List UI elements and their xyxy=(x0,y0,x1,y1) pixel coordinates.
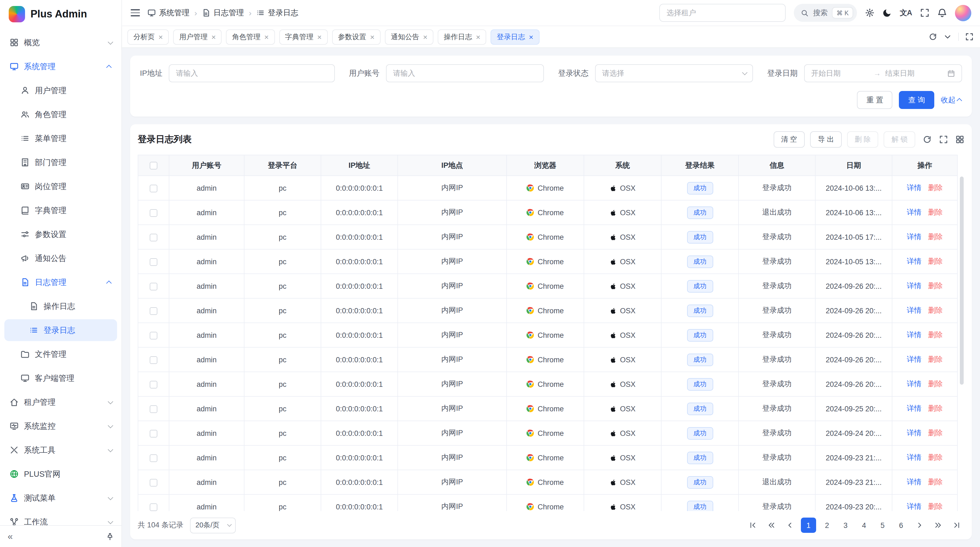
sidebar-item-login-log[interactable]: 登录日志 xyxy=(4,319,117,341)
row-checkbox[interactable] xyxy=(150,209,158,217)
sidebar-item-plus-website[interactable]: PLUS官网 xyxy=(4,463,117,485)
sidebar-item-system-monitor[interactable]: 系统监控 xyxy=(4,415,117,437)
page-number-button[interactable]: 4 xyxy=(856,518,872,533)
detail-link[interactable]: 详情 xyxy=(907,257,921,265)
translate-icon[interactable]: 文A xyxy=(900,8,912,18)
remove-link[interactable]: 删除 xyxy=(928,453,943,461)
detail-link[interactable]: 详情 xyxy=(907,502,921,510)
tab[interactable]: 字典管理 × xyxy=(279,29,328,45)
last-page-button[interactable] xyxy=(949,518,964,533)
table-scrollbar[interactable] xyxy=(959,175,964,511)
reset-button[interactable]: 重 置 xyxy=(857,91,892,109)
tab[interactable]: 操作日志 × xyxy=(438,29,486,45)
global-search[interactable]: 搜索 ⌘ K xyxy=(794,4,857,22)
export-button[interactable]: 导 出 xyxy=(810,131,842,148)
select-all-checkbox[interactable] xyxy=(150,162,158,169)
page-number-button[interactable]: 5 xyxy=(875,518,890,533)
remove-link[interactable]: 删除 xyxy=(928,282,943,290)
detail-link[interactable]: 详情 xyxy=(907,233,921,241)
row-checkbox[interactable] xyxy=(150,405,158,413)
search-button[interactable]: 查 询 xyxy=(899,91,934,109)
row-checkbox[interactable] xyxy=(150,356,158,364)
remove-link[interactable]: 删除 xyxy=(928,183,943,192)
sidebar-item-tenant-management[interactable]: 租户管理 xyxy=(4,391,117,413)
detail-link[interactable]: 详情 xyxy=(907,331,921,339)
sidebar-item-dept-management[interactable]: 部门管理 xyxy=(4,152,117,173)
sidebar-item-menu-management[interactable]: 菜单管理 xyxy=(4,128,117,149)
breadcrumb-item-system[interactable]: 系统管理 xyxy=(148,8,189,18)
tab[interactable]: 通知公告 × xyxy=(385,29,433,45)
tab-close-icon[interactable]: × xyxy=(423,33,427,41)
sidebar-item-post-management[interactable]: 岗位管理 xyxy=(4,175,117,197)
detail-link[interactable]: 详情 xyxy=(907,355,921,364)
first-page-button[interactable] xyxy=(745,518,760,533)
status-select[interactable]: 请选择 xyxy=(595,64,753,82)
tab-close-icon[interactable]: × xyxy=(370,33,375,41)
row-checkbox[interactable] xyxy=(150,258,158,266)
sidebar-item-system-tools[interactable]: 系统工具 xyxy=(4,439,117,461)
row-checkbox[interactable] xyxy=(150,381,158,388)
page-number-button[interactable]: 2 xyxy=(819,518,835,533)
row-checkbox[interactable] xyxy=(150,503,158,511)
next-10-button[interactable] xyxy=(931,518,946,533)
tab-close-icon[interactable]: × xyxy=(158,33,163,41)
menu-toggle-icon[interactable] xyxy=(130,10,140,16)
breadcrumb-item-login-log[interactable]: 登录日志 xyxy=(256,8,298,18)
account-input[interactable] xyxy=(386,64,544,82)
sidebar-collapse-button[interactable]: « xyxy=(8,532,13,541)
ip-input[interactable] xyxy=(169,64,335,82)
sidebar-item-notice[interactable]: 通知公告 xyxy=(4,247,117,269)
detail-link[interactable]: 详情 xyxy=(907,306,921,314)
remove-link[interactable]: 删除 xyxy=(928,257,943,265)
tab-close-icon[interactable]: × xyxy=(476,33,480,41)
detail-link[interactable]: 详情 xyxy=(907,404,921,412)
page-number-button[interactable]: 6 xyxy=(893,518,909,533)
page-number-button[interactable]: 3 xyxy=(838,518,853,533)
sidebar-item-operation-log[interactable]: 操作日志 xyxy=(4,295,117,317)
row-checkbox[interactable] xyxy=(150,332,158,339)
sidebar-item-user-management[interactable]: 用户管理 xyxy=(4,80,117,101)
next-page-button[interactable] xyxy=(912,518,927,533)
tab-close-icon[interactable]: × xyxy=(264,33,269,41)
unlock-button[interactable]: 解 锁 xyxy=(884,131,915,148)
tab-close-icon[interactable]: × xyxy=(529,33,533,41)
detail-link[interactable]: 详情 xyxy=(907,453,921,461)
settings-button[interactable] xyxy=(865,8,874,18)
tab[interactable]: 分析页 × xyxy=(127,29,169,45)
clear-button[interactable]: 清 空 xyxy=(773,131,805,148)
row-checkbox[interactable] xyxy=(150,478,158,486)
notifications-button[interactable] xyxy=(937,8,947,18)
row-checkbox[interactable] xyxy=(150,307,158,315)
breadcrumb-item-log[interactable]: 日志管理 xyxy=(202,8,244,18)
sidebar-item-system-management[interactable]: 系统管理 xyxy=(4,56,117,77)
sidebar-item-workflow[interactable]: 工作流 xyxy=(4,511,117,525)
remove-link[interactable]: 删除 xyxy=(928,380,943,388)
detail-link[interactable]: 详情 xyxy=(907,380,921,388)
tab[interactable]: 角色管理 × xyxy=(226,29,275,45)
prev-10-button[interactable] xyxy=(764,518,779,533)
sidebar-item-client-management[interactable]: 客户端管理 xyxy=(4,367,117,389)
remove-link[interactable]: 删除 xyxy=(928,233,943,241)
remove-link[interactable]: 删除 xyxy=(928,331,943,339)
row-checkbox[interactable] xyxy=(150,430,158,437)
remove-link[interactable]: 删除 xyxy=(928,404,943,412)
sidebar-item-test-menu[interactable]: 测试菜单 xyxy=(4,487,117,509)
detail-link[interactable]: 详情 xyxy=(907,282,921,290)
detail-link[interactable]: 详情 xyxy=(907,429,921,437)
remove-link[interactable]: 删除 xyxy=(928,355,943,364)
tab[interactable]: 用户管理 × xyxy=(173,29,221,45)
remove-link[interactable]: 删除 xyxy=(928,208,943,216)
page-size-select[interactable]: 20条/页 xyxy=(190,517,236,533)
table-fullscreen-button[interactable] xyxy=(939,135,948,144)
remove-link[interactable]: 删除 xyxy=(928,306,943,314)
sidebar-item-role-management[interactable]: 角色管理 xyxy=(4,104,117,125)
tabs-menu-button[interactable] xyxy=(943,33,952,41)
page-number-button[interactable]: 1 xyxy=(801,518,816,533)
remove-link[interactable]: 删除 xyxy=(928,502,943,510)
scrollbar-thumb[interactable] xyxy=(959,177,963,384)
row-checkbox[interactable] xyxy=(150,454,158,462)
theme-toggle-button[interactable] xyxy=(883,8,892,18)
date-range-picker[interactable]: 开始日期 → 结束日期 xyxy=(804,64,962,82)
row-checkbox[interactable] xyxy=(150,282,158,290)
table-columns-button[interactable] xyxy=(956,135,964,144)
